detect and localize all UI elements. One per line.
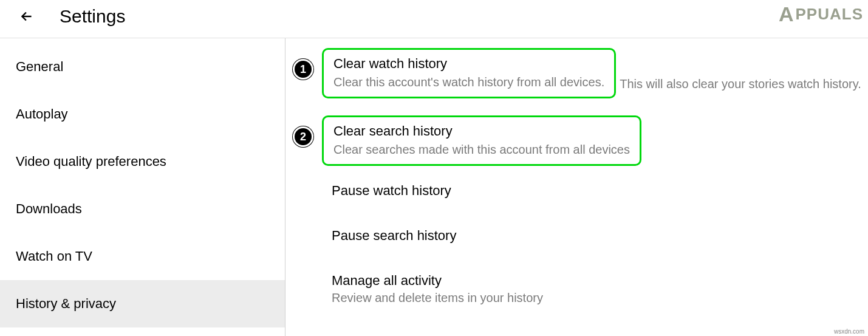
- clear-search-history-option[interactable]: Clear search history Clear searches made…: [322, 115, 641, 166]
- manage-all-activity-option[interactable]: Manage all activity Review and delete it…: [285, 273, 868, 305]
- clear-watch-history-sub-rest: This will also clear your stories watch …: [620, 77, 861, 91]
- watermark-text: wsxdn.com: [834, 328, 864, 335]
- settings-header: Settings: [0, 0, 868, 38]
- manage-all-activity-sub: Review and delete items in your history: [332, 291, 858, 305]
- clear-search-history-row: 2 Clear search history Clear searches ma…: [285, 115, 868, 166]
- page-title: Settings: [60, 6, 125, 27]
- pause-watch-history-title: Pause watch history: [332, 183, 858, 199]
- clear-watch-history-title: Clear watch history: [333, 56, 604, 72]
- logo-letter-a: A: [779, 2, 795, 26]
- settings-main-panel: 1 Clear watch history Clear this account…: [285, 38, 868, 336]
- pause-watch-history-option[interactable]: Pause watch history: [285, 183, 868, 199]
- pause-search-history-option[interactable]: Pause search history: [285, 228, 868, 244]
- clear-watch-history-row: 1 Clear watch history Clear this account…: [285, 48, 868, 98]
- sidebar-item-history-privacy[interactable]: History & privacy: [0, 280, 285, 327]
- clear-search-history-sub: Clear searches made with this account fr…: [333, 143, 630, 157]
- step-badge-2: 2: [293, 126, 313, 147]
- sidebar-item-autoplay[interactable]: Autoplay: [0, 91, 285, 138]
- sidebar-item-video-quality[interactable]: Video quality preferences: [0, 138, 285, 185]
- manage-all-activity-title: Manage all activity: [332, 273, 858, 289]
- clear-watch-history-option[interactable]: Clear watch history Clear this account's…: [322, 48, 616, 98]
- sidebar-item-general[interactable]: General: [0, 43, 285, 91]
- brand-logo: A PPUALS: [779, 2, 863, 26]
- logo-text: PPUALS: [796, 5, 863, 24]
- clear-watch-history-sub-boxed: Clear this account's watch history from …: [333, 75, 604, 89]
- step-badge-1: 1: [293, 59, 313, 80]
- sidebar-item-downloads[interactable]: Downloads: [0, 185, 285, 233]
- settings-sidebar: General Autoplay Video quality preferenc…: [0, 38, 285, 336]
- clear-search-history-title: Clear search history: [333, 123, 630, 139]
- pause-search-history-title: Pause search history: [332, 228, 858, 244]
- back-arrow-icon[interactable]: [18, 8, 35, 25]
- sidebar-item-watch-on-tv[interactable]: Watch on TV: [0, 233, 285, 280]
